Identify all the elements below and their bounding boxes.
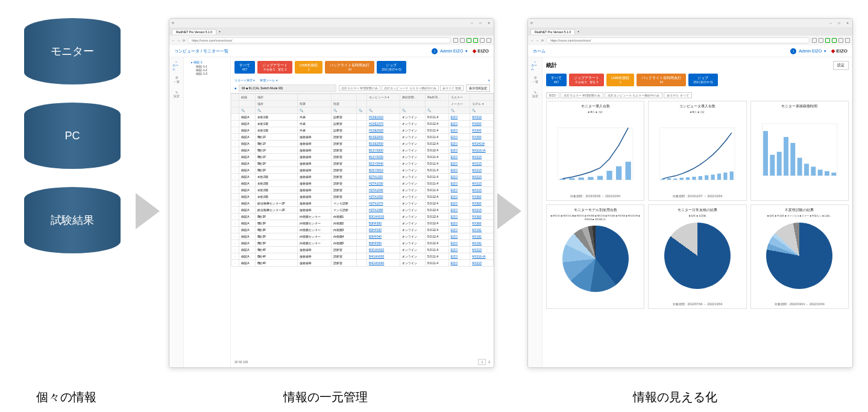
- page-size[interactable]: 20 50 100: [234, 360, 248, 364]
- minimize-icon[interactable]: ─: [470, 21, 474, 25]
- col-filter[interactable]: 🔍: [448, 107, 470, 114]
- filter-chip[interactable]: USB未接続1: [295, 61, 322, 74]
- col-filter[interactable]: 🔍: [256, 107, 298, 114]
- col-subheader[interactable]: [425, 101, 448, 107]
- mgmt-menu[interactable]: 管理ツール ▾: [260, 78, 277, 82]
- table-row[interactable]: ○病院AB館3F内視鏡センター内視鏡3B3HF030オンライン5.0.12.4E…: [231, 227, 494, 233]
- col-subheader[interactable]: [366, 101, 400, 107]
- table-row[interactable]: ○病院AB館2F放射線科読影室B2SY0010オンライン5.0.11.4EIZO…: [231, 167, 494, 174]
- sidebar-settings-icon[interactable]: ✎設定: [531, 90, 539, 98]
- filter-chip[interactable]: バックライト長時間点灯34: [325, 61, 374, 74]
- reload-icon[interactable]: ⟳: [183, 39, 185, 42]
- col-subheader[interactable]: 部署: [297, 101, 331, 107]
- sidebar-home-icon[interactable]: ⌂ホーム: [172, 61, 181, 69]
- col-header[interactable]: [331, 94, 356, 101]
- table-row[interactable]: ○病院AB館3F内視鏡センター内視鏡1B3GAN010オンライン5.0.12.4…: [231, 214, 494, 220]
- table-row[interactable]: ○病院A本館1階外来診察室H1SE2020オンライン5.0.11.4EIZORX…: [231, 127, 494, 134]
- user-menu[interactable]: iAdmin EIZO▾: [790, 48, 826, 54]
- new-tab-icon[interactable]: +: [219, 30, 221, 33]
- page-current[interactable]: 1: [478, 359, 486, 365]
- minimize-icon[interactable]: ─: [828, 21, 833, 25]
- table-row[interactable]: ○病院A本館1階外来診察室H1SE1010オンライン5.0.11.4EIZOMX…: [231, 114, 494, 121]
- filter-chip[interactable]: ジョブ250 (実行中 0): [377, 61, 406, 74]
- filter-icon[interactable]: ▾: [488, 78, 490, 82]
- table-row[interactable]: ○病院AB館1F放射線科読影室B1SE2050オンライン5.0.12.4EIZO…: [231, 141, 494, 147]
- table-row[interactable]: ○病院A本館2階放射線科読影室B2TA1020オンライン5.0.11.4EIZO…: [231, 174, 494, 180]
- col-filter[interactable]: 🔍: [400, 107, 425, 114]
- table-row[interactable]: ○病院AB館1F放射線科読影室B1SE2000オンライン5.0.11.4EIZO…: [231, 134, 494, 141]
- forward-icon[interactable]: →: [177, 39, 180, 42]
- status-tag[interactable]: 点灯コンピュータ モニター接続中のみ: [382, 85, 438, 91]
- col-filter[interactable]: [231, 107, 239, 114]
- table-row[interactable]: ○病院A総合医療センター2F放射線科マンモ読影H2TA1080オンライン5.0.…: [231, 207, 494, 214]
- table-row[interactable]: ○病院AB館1F放射線科読影室B1SY0200オンライン5.0.12.4EIZO…: [231, 147, 494, 154]
- filter-chip[interactable]: ジョブ250 (実行中 0): [688, 74, 717, 86]
- col-subheader[interactable]: 部屋: [331, 101, 356, 107]
- status-tag[interactable]: 点灯モニター 管理状態のみ: [339, 85, 380, 91]
- col-filter[interactable]: 🔍: [297, 107, 331, 114]
- table-row[interactable]: ○病院AB館3F内視鏡センター内視鏡2B3HF300オンライン5.0.12.4E…: [231, 220, 494, 227]
- col-filter[interactable]: 🔍: [239, 107, 256, 114]
- table-row[interactable]: ○病院A本館2階放射線科読影室H2TA1040オンライン5.0.11.4EIZO…: [231, 187, 494, 194]
- col-subheader[interactable]: [231, 101, 239, 107]
- filter-chip[interactable]: すべて457: [234, 61, 255, 74]
- breadcrumb[interactable]: コンピュータ / モニター一覧: [174, 48, 228, 54]
- table-row[interactable]: ○病院AB館3F内視鏡センター内視鏡5B3HF050オンライン5.0.12.4E…: [231, 240, 494, 247]
- sidebar-home-icon[interactable]: ⌂ホーム: [531, 61, 539, 69]
- url-input[interactable]: https://xxxxx.com/xxxxxx/xxxx/: [546, 37, 810, 43]
- tree-child[interactable]: 病院-1-3: [186, 72, 228, 75]
- table-row[interactable]: ○病院A本館2階放射線科読影室H2TA1030オンライン5.0.11.4EIZO…: [231, 180, 494, 187]
- url-input[interactable]: https://xxxxx.com/xxxxxx/xxxx/: [187, 37, 451, 43]
- col-header[interactable]: 接続状態…: [400, 94, 425, 101]
- close-icon[interactable]: ✕: [845, 21, 850, 25]
- col-header[interactable]: 場所: [256, 94, 298, 101]
- tree-root[interactable]: ▸ 病院-1: [186, 60, 228, 65]
- forward-icon[interactable]: →: [536, 39, 539, 42]
- browser-tab[interactable]: RadiNET Pro Version 5.1.0: [530, 29, 575, 34]
- col-subheader[interactable]: [239, 101, 256, 107]
- col-filter[interactable]: 🔍: [366, 107, 400, 114]
- reload-icon[interactable]: ⟳: [541, 39, 544, 42]
- stat-tab[interactable]: 点灯コンピュータ モニター接続中のみ: [605, 92, 662, 98]
- filter-chip[interactable]: ジョブアラート不合格 5、警告 3: [257, 61, 292, 74]
- browser-tab[interactable]: RadiNET Pro Version 5.1.0: [172, 29, 216, 34]
- table-row[interactable]: ○病院AB館1F放射線科読影室B1SY0030オンライン5.0.11.4EIZO…: [231, 154, 494, 160]
- table-row[interactable]: ○病院A本館2階放射線科読影室H2TA1050オンライン5.0.12.4EIZO…: [231, 194, 494, 200]
- col-subheader[interactable]: [356, 101, 366, 107]
- table-row[interactable]: ○病院A総合医療センター2F放射線科マンモ読影H2TA1070オンライン5.0.…: [231, 200, 494, 207]
- col-filter[interactable]: 🔍: [331, 107, 356, 114]
- col-header[interactable]: コンピュータ ▾: [366, 94, 400, 101]
- stat-tab[interactable]: 点灯モニター 管理状態のみ: [561, 92, 603, 98]
- maximize-icon[interactable]: □: [478, 21, 483, 25]
- col-header[interactable]: [231, 94, 239, 101]
- back-icon[interactable]: ←: [172, 39, 175, 42]
- col-filter[interactable]: 🔍: [425, 107, 448, 114]
- filter-chip[interactable]: すべて457: [546, 74, 567, 86]
- col-header[interactable]: 組織: [239, 94, 256, 101]
- stats-settings-btn[interactable]: 設定: [833, 61, 849, 70]
- table-row[interactable]: ○病院AB館2F放射線科読影室B1SY0040オンライン5.0.11.4EIZO…: [231, 160, 494, 167]
- back-icon[interactable]: ←: [530, 39, 533, 42]
- table-row[interactable]: ○病院AB館3F内視鏡センター内視鏡4B3HF040オンライン5.0.12.4E…: [231, 233, 494, 240]
- col-header[interactable]: RadiCS…: [425, 94, 448, 101]
- table-row[interactable]: ○病院A本館1階外来診察室H1SE1070オンライン5.0.12.4EIZORX…: [231, 121, 494, 127]
- user-menu[interactable]: iAdmin EIZO▾: [432, 48, 468, 54]
- stat-tab[interactable]: EIZO: [546, 92, 559, 98]
- col-header[interactable]: [297, 94, 331, 101]
- column-config-btn[interactable]: 表示項目設定: [466, 84, 490, 92]
- sidebar-list-icon[interactable]: ☰一覧: [172, 75, 181, 84]
- stat-tab[interactable]: 未モデル すべて: [664, 92, 691, 98]
- col-filter[interactable]: 🔍: [470, 107, 494, 114]
- breadcrumb[interactable]: ホーム: [533, 48, 546, 54]
- filter-chip[interactable]: USB未接続1: [606, 74, 634, 86]
- remote-menu[interactable]: リモート実行 ▾: [234, 78, 255, 82]
- monitor-table[interactable]: 組織場所コンピュータ ▾接続状態…RadiCS…モニター場所部署部屋メーカーモデ…: [231, 93, 494, 357]
- filter-chip[interactable]: ジョブアラート不合格 5、警告 3: [569, 74, 604, 86]
- col-filter[interactable]: 🔍: [356, 107, 366, 114]
- col-subheader[interactable]: [400, 101, 425, 107]
- col-subheader[interactable]: モデル ▾: [470, 101, 494, 107]
- table-row[interactable]: ○病院AB館4F放射線科読影室B4GAN040オンライン5.0.11.4EIZO…: [231, 260, 494, 267]
- table-row[interactable]: ○病院AB館4F放射線科読影室B4GAN020オンライン5.0.11.4EIZO…: [231, 247, 494, 253]
- filter-chip[interactable]: バックライト長時間点灯34: [637, 74, 686, 86]
- close-icon[interactable]: ✕: [486, 21, 491, 25]
